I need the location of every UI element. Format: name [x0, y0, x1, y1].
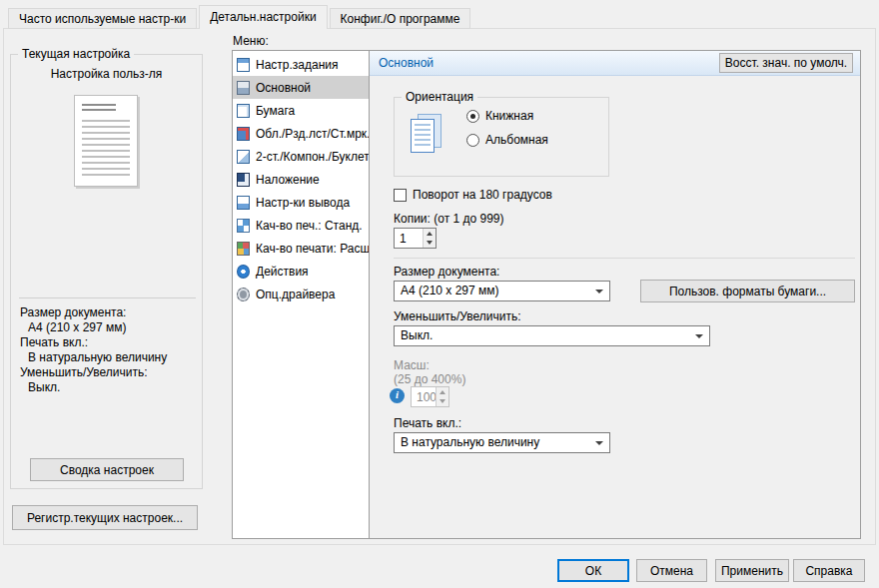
menu-item-label: Кач-во печати: Расш. [256, 242, 369, 256]
menu-item-label: Действия [256, 265, 309, 279]
menu-item-print-quality-advanced[interactable]: Кач-во печати: Расш. [233, 237, 369, 260]
cancel-button[interactable]: Отмена [636, 559, 707, 582]
landscape-radio[interactable]: Альбомная [466, 133, 548, 147]
menu-item-driver-options[interactable]: Опц.драйвера [233, 283, 369, 305]
menu-item-basic[interactable]: Основной [233, 76, 369, 99]
menu-item-label: Опц.драйвера [256, 288, 335, 301]
gear-icon [237, 288, 250, 301]
cover-separator-watermark-icon [237, 127, 250, 141]
duplex-layout-booklet-icon [237, 150, 250, 164]
orientation-group-title: Ориентация [402, 90, 477, 104]
current-settings-group-title: Текущая настройка [18, 47, 134, 61]
settings-summary-button[interactable]: Сводка настроек [30, 458, 184, 481]
spinner-buttons [436, 387, 448, 406]
menu-item-label: 2-ст./Компон./Буклет [256, 150, 369, 164]
summary-line: В натуральную величину [20, 350, 167, 365]
menu-item-label: Обл./Рзд.лст/Ст.мрк. [256, 127, 369, 141]
chevron-down-icon [695, 334, 703, 338]
print-on-value: В натуральную величину [401, 435, 539, 449]
copies-spinner[interactable]: 1 [394, 228, 437, 249]
menu-label: Меню: [233, 34, 269, 48]
separator [394, 258, 855, 259]
spin-up-button [437, 387, 448, 397]
tab-config-about[interactable]: Конфиг./О программе [330, 8, 471, 29]
quality-standard-icon [237, 219, 250, 233]
tab-bar: Часто используемые настр-ки Детальн.наст… [8, 5, 472, 29]
tab-detailed-settings[interactable]: Детальн.настройки [199, 5, 327, 29]
orientation-group: Ориентация Книжная Альбомная [394, 97, 609, 177]
menu-item-print-quality-standard[interactable]: Кач-во печ.: Станд. [233, 214, 369, 237]
panel-header: Основной Восст. знач. по умолч. [370, 51, 860, 76]
scale-spinner-disabled: 100 [411, 386, 449, 407]
portrait-radio[interactable]: Книжная [466, 109, 533, 123]
reduce-enlarge-label: Уменьшить/Увеличить: [394, 309, 521, 323]
overlay-icon [237, 173, 250, 187]
document-size-value: A4 (210 x 297 мм) [401, 284, 499, 297]
chevron-down-icon [595, 441, 603, 445]
current-settings-group: Текущая настройка Настройка польз-ля Раз… [10, 54, 203, 489]
reduce-enlarge-value: Выкл. [401, 328, 433, 342]
info-icon [390, 388, 405, 403]
menu-item-output-settings[interactable]: Настр-ки вывода [233, 191, 369, 214]
menu-item-label: Настр.задания [256, 58, 339, 72]
paper-icon [237, 104, 250, 118]
spin-down-button[interactable] [424, 239, 436, 249]
printer-preferences-dialog: Часто используемые настр-ки Детальн.наст… [0, 0, 879, 588]
scale-label: Масш: [394, 358, 430, 372]
separator [19, 297, 196, 298]
radio-selected-icon [466, 110, 479, 123]
basic-settings-icon [237, 81, 250, 95]
menu-item-label: Бумага [256, 104, 295, 118]
menu-item-paper[interactable]: Бумага [233, 99, 369, 122]
spin-down-button [437, 397, 448, 407]
document-size-dropdown[interactable]: A4 (210 x 297 мм) [394, 281, 610, 301]
profile-name: Настройка польз-ля [11, 67, 202, 81]
rotate-180-checkbox[interactable]: Поворот на 180 градусов [394, 188, 552, 202]
copies-value: 1 [400, 232, 407, 246]
ok-button[interactable]: ОК [557, 559, 629, 582]
tab-frequently-used-settings[interactable]: Часто используемые настр-ки [8, 8, 197, 29]
menu-list: Настр.задания Основной Бумага Обл./Рзд.л… [232, 50, 370, 539]
rotate-180-label: Поворот на 180 градусов [413, 188, 552, 202]
checkbox-icon [394, 189, 407, 202]
menu-item-label: Настр-ки вывода [256, 196, 350, 210]
menu-item-label: Основной [256, 81, 311, 95]
summary-line: Уменьшить/Увеличить: [20, 365, 167, 380]
output-settings-icon [237, 196, 250, 210]
register-current-settings-button[interactable]: Регистр.текущих настроек... [12, 505, 198, 530]
reduce-enlarge-dropdown[interactable]: Выкл. [394, 325, 710, 346]
summary-line: Печать вкл.: [20, 335, 167, 350]
copies-label: Копии: (от 1 до 999) [394, 212, 504, 226]
landscape-radio-label: Альбомная [485, 133, 548, 147]
restore-defaults-button[interactable]: Восст. знач. по умолч. [719, 53, 853, 73]
summary-line: Выкл. [20, 380, 167, 395]
menu-item-job-settings[interactable]: Настр.задания [233, 53, 369, 76]
chevron-down-icon [595, 290, 603, 294]
spinner-buttons [423, 229, 436, 248]
menu-item-label: Наложение [256, 173, 320, 187]
portrait-page-icon [411, 114, 446, 158]
radio-unselected-icon [466, 134, 479, 147]
menu-item-actions[interactable]: Действия [233, 260, 369, 283]
panel-title: Основной [379, 56, 434, 70]
menu-item-overlay[interactable]: Наложение [233, 168, 369, 191]
custom-paper-sizes-button[interactable]: Пользов. форматы бумаги... [640, 280, 855, 302]
actions-icon [237, 265, 250, 279]
document-preview-thumbnail [74, 95, 138, 187]
print-on-label: Печать вкл.: [394, 416, 461, 430]
apply-button[interactable]: Применить [715, 559, 789, 582]
scale-value: 100 [417, 390, 437, 404]
help-button[interactable]: Справка [793, 559, 865, 582]
job-settings-icon [237, 58, 250, 72]
menu-item-duplex-layout-booklet[interactable]: 2-ст./Компон./Буклет [233, 145, 369, 168]
menu-item-cover-separator-watermark[interactable]: Обл./Рзд.лст/Ст.мрк. [233, 122, 369, 145]
spin-up-button[interactable] [424, 229, 436, 239]
document-size-label: Размер документа: [394, 265, 499, 279]
summary-line: A4 (210 x 297 мм) [20, 320, 167, 335]
print-on-dropdown[interactable]: В натуральную величину [394, 432, 610, 453]
scale-range-label: (25 до 400%) [394, 372, 465, 386]
portrait-radio-label: Книжная [485, 109, 533, 123]
settings-summary-text: Размер документа: A4 (210 x 297 мм) Печа… [20, 305, 167, 395]
summary-line: Размер документа: [20, 305, 167, 320]
menu-item-label: Кач-во печ.: Станд. [256, 219, 363, 233]
